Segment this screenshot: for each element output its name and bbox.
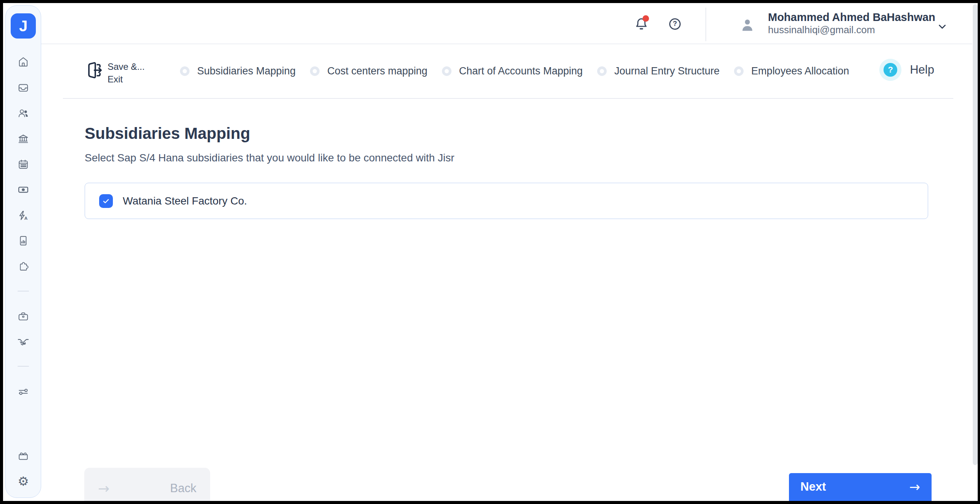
rewards-gift-icon[interactable] [16, 449, 30, 462]
home-icon[interactable] [16, 55, 30, 69]
briefcase-icon[interactable] [16, 309, 30, 323]
step-chart-of-accounts-mapping[interactable]: Chart of Accounts Mapping [442, 65, 583, 77]
user-menu[interactable]: Mohammed Ahmed BaHashwan hussinalhiqi@gm… [768, 11, 935, 36]
employees-icon[interactable] [16, 106, 30, 120]
step-label: Chart of Accounts Mapping [459, 65, 583, 77]
step-label: Subsidiaries Mapping [197, 65, 296, 77]
vertical-scrollbar[interactable] [973, 4, 978, 465]
step-label: Journal Entry Structure [614, 65, 720, 77]
integrations-puzzle-icon[interactable] [16, 259, 30, 273]
step-circle-icon [180, 66, 190, 76]
header-bottom-border [41, 43, 972, 44]
jisr-logo[interactable]: J [11, 13, 36, 39]
logo-letter: J [19, 18, 27, 35]
chevron-down-icon[interactable] [934, 18, 951, 35]
next-arrow-icon: → [909, 479, 921, 494]
exit-door-icon [85, 60, 104, 81]
app-window: J A [3, 3, 978, 501]
user-avatar-icon[interactable] [739, 16, 756, 33]
subsidiary-checkbox[interactable] [99, 194, 113, 208]
svg-text:?: ? [673, 20, 677, 27]
check-icon [102, 197, 110, 205]
next-button-label: Next [800, 480, 826, 494]
user-name: Mohammed Ahmed BaHashwan [768, 11, 935, 24]
inbox-icon[interactable] [16, 81, 30, 95]
calendar-icon[interactable] [16, 158, 30, 171]
step-label: Employees Allocation [751, 65, 849, 77]
wizard-steps: Subsidiaries Mapping Cost centers mappin… [180, 60, 849, 82]
step-circle-icon [597, 66, 607, 76]
sidebar-divider [18, 291, 29, 291]
subsidiary-row-watania-steel[interactable]: Watania Steel Factory Co. [85, 183, 928, 219]
sidebar: J A [5, 5, 41, 498]
sliders-settings-icon[interactable] [16, 385, 30, 399]
back-arrow-icon: → [98, 481, 109, 496]
page-subtitle: Select Sap S/4 Hana subsidiaries that yo… [85, 152, 455, 164]
next-step-label: Subsidiaries Mapping [800, 499, 920, 501]
header-divider [705, 8, 706, 41]
step-journal-entry-structure[interactable]: Journal Entry Structure [597, 65, 720, 77]
help-button-label: Help [910, 63, 934, 77]
notification-bell-icon[interactable] [633, 16, 650, 32]
stepper-bottom-border [63, 98, 953, 99]
help-button[interactable]: ? Help [879, 59, 934, 81]
next-button[interactable]: Next → Subsidiaries Mapping [789, 473, 932, 501]
step-employees-allocation[interactable]: Employees Allocation [734, 65, 849, 77]
save-exit-label-line1: Save &... [108, 60, 145, 73]
step-circle-icon [734, 66, 744, 76]
back-button-label: Back [170, 481, 196, 495]
save-exit-label-line2: Exit [108, 73, 145, 85]
back-button[interactable]: → Back [84, 468, 210, 501]
page-title: Subsidiaries Mapping [85, 124, 250, 143]
save-and-exit-button[interactable]: Save &... Exit [85, 60, 145, 85]
sidebar-divider [18, 366, 29, 367]
user-email: hussinalhiqi@gmail.com [768, 24, 935, 36]
handshake-icon[interactable] [16, 335, 30, 348]
subsidiary-label: Watania Steel Factory Co. [123, 195, 247, 207]
settings-gear-icon[interactable]: ⚙ [16, 474, 30, 488]
step-cost-centers-mapping[interactable]: Cost centers mapping [310, 65, 427, 77]
payroll-icon[interactable] [16, 183, 30, 196]
svg-text:A: A [24, 216, 28, 221]
bank-icon[interactable] [16, 132, 30, 146]
reports-icon[interactable] [16, 234, 30, 248]
automation-icon[interactable]: A [16, 209, 30, 222]
help-circle-icon[interactable]: ? [667, 16, 683, 32]
step-subsidiaries-mapping[interactable]: Subsidiaries Mapping [180, 65, 296, 77]
step-label: Cost centers mapping [327, 65, 427, 77]
help-question-icon: ? [879, 59, 901, 81]
step-circle-icon [310, 66, 320, 76]
step-circle-icon [442, 66, 451, 76]
notification-dot [643, 15, 649, 22]
